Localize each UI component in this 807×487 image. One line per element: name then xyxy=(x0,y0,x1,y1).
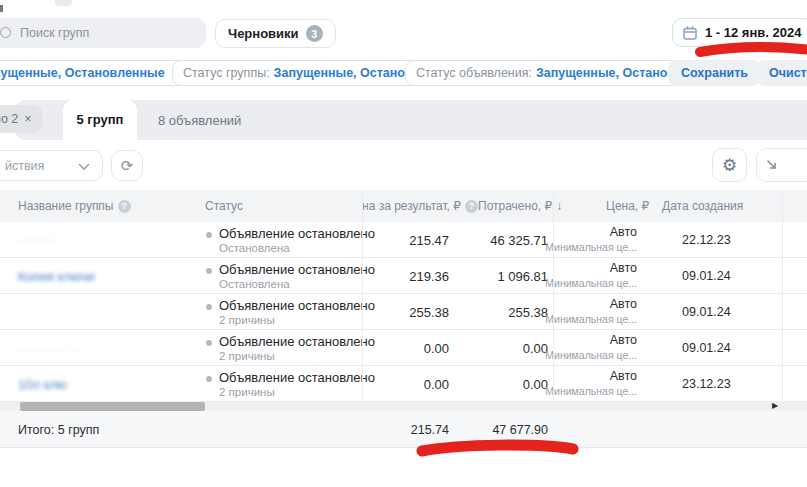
column-header-status[interactable]: Статус xyxy=(205,199,243,213)
spent-value: 0.00 xyxy=(448,341,548,356)
table-row[interactable]: ········· Объявление остановлено Останов… xyxy=(0,222,807,258)
cost-per-result-value: 0.00 xyxy=(362,377,449,392)
tab-ads[interactable]: 8 объявлений xyxy=(140,100,259,140)
filter-chip-value: пущенные, Остановленные xyxy=(0,66,165,80)
price-note: Минимальная це... xyxy=(540,241,637,253)
column-divider xyxy=(362,190,363,402)
status-note: 2 причины xyxy=(219,386,275,398)
price-value: Авто xyxy=(540,369,637,383)
status-text: Объявление остановлено xyxy=(219,370,375,385)
price-value: Авто xyxy=(540,261,637,275)
status-note: Остановлена xyxy=(219,242,290,254)
cost-per-result-value: 215.47 xyxy=(362,233,449,248)
price-note: Минимальная це... xyxy=(540,313,637,325)
table-right-edge xyxy=(782,190,783,402)
drafts-label: Черновики xyxy=(228,26,299,41)
column-divider xyxy=(553,190,554,402)
status-text: Объявление остановлено xyxy=(219,298,375,313)
export-button-cut[interactable] xyxy=(756,148,807,182)
help-icon[interactable]: ? xyxy=(118,200,131,213)
group-name-link[interactable]: 10л клю xyxy=(18,377,67,392)
filter-chip-ad-status-cut: пущенные, Остановленные × xyxy=(0,60,190,86)
status-text: Объявление остановлено xyxy=(219,262,375,277)
selected-count-chip[interactable]: но 2 × xyxy=(0,105,42,133)
status-note: 2 причины xyxy=(219,350,275,362)
column-header-price[interactable]: Цена, ₽ xyxy=(606,199,649,213)
help-icon[interactable]: ? xyxy=(465,200,478,213)
filter-chip-label: Статус группы: xyxy=(183,66,270,80)
totals-spent: 47 677.90 xyxy=(448,423,548,437)
price-note: Минимальная це... xyxy=(540,349,637,361)
created-date: 09.01.24 xyxy=(682,341,731,355)
scroll-right-arrow-icon[interactable]: ▶ xyxy=(772,401,778,410)
created-date: 22.12.23 xyxy=(682,233,731,247)
gear-icon: ⚙ xyxy=(722,155,737,176)
filter-chip-label: Статус объявления: xyxy=(416,66,532,80)
totals-label: Итого: 5 групп xyxy=(18,423,99,437)
export-icon xyxy=(765,158,779,172)
table-row[interactable]: Объявление остановлено 2 причины 255.38 … xyxy=(0,294,807,330)
spent-value: 46 325.71 xyxy=(448,233,548,248)
actions-dropdown[interactable]: йствия xyxy=(0,150,103,181)
status-text: Объявление остановлено xyxy=(219,226,375,241)
column-header-name[interactable]: Название группы ? xyxy=(18,199,131,213)
actions-dropdown-label: йствия xyxy=(5,159,44,173)
clear-filters-button[interactable]: Очисти xyxy=(756,60,807,86)
search-input[interactable]: Поиск групп xyxy=(0,18,206,48)
price-value: Авто xyxy=(540,225,637,239)
table-row[interactable]: 10л клю Объявление остановлено 2 причины… xyxy=(0,366,807,402)
price-note: Минимальная це... xyxy=(540,385,637,397)
date-range-picker[interactable]: 1 - 12 янв. 2024 xyxy=(672,18,807,47)
status-dot-icon xyxy=(206,304,212,310)
date-range-value: 1 - 12 янв. 2024 xyxy=(705,25,801,40)
column-header-created[interactable]: Дата создания xyxy=(662,199,743,213)
table-row[interactable]: ··········· ·· Объявление остановлено 2 … xyxy=(0,330,807,366)
spent-value: 1 096.81 xyxy=(448,269,548,284)
group-name-link[interactable]: ········· xyxy=(18,233,57,248)
cost-per-result-value: 255.38 xyxy=(362,305,449,320)
cost-per-result-value: 219.36 xyxy=(362,269,449,284)
column-header-spent[interactable]: Потрачено, ₽ ↓ xyxy=(478,199,562,213)
cutoff-tab-artifact xyxy=(55,0,72,6)
totals-row: Итого: 5 групп 215.74 47 677.90 xyxy=(0,411,807,448)
settings-button[interactable]: ⚙ xyxy=(712,148,747,182)
refresh-icon: ⟳ xyxy=(121,157,134,175)
created-date: 09.01.24 xyxy=(682,269,731,283)
status-note: 2 причины xyxy=(219,314,275,326)
search-placeholder: Поиск групп xyxy=(20,26,89,40)
drafts-button[interactable]: Черновики 3 xyxy=(215,19,336,48)
chevron-down-icon xyxy=(78,163,90,171)
group-name-link[interactable]: ··········· ·· xyxy=(18,341,78,356)
ads-manager-screen: Поиск групп Черновики 3 1 - 12 янв. 2024… xyxy=(0,0,807,487)
created-date: 23.12.23 xyxy=(682,377,731,391)
created-date: 09.01.24 xyxy=(682,305,731,319)
column-header-cost-per-result[interactable]: на за результат, ₽ ? xyxy=(362,199,478,213)
clear-selection-icon[interactable]: × xyxy=(24,112,31,126)
group-name-link[interactable]: Копия ключи xyxy=(18,269,95,284)
cost-per-result-value: 0.00 xyxy=(362,341,449,356)
status-dot-icon xyxy=(206,376,212,382)
spent-value: 0.00 xyxy=(448,377,548,392)
status-text: Объявление остановлено xyxy=(219,334,375,349)
calendar-icon xyxy=(682,25,698,41)
drafts-count-badge: 3 xyxy=(306,25,323,42)
spent-value: 255.38 xyxy=(448,305,548,320)
horizontal-scrollbar-thumb[interactable] xyxy=(20,402,205,411)
tab-groups[interactable]: 5 групп xyxy=(63,99,137,140)
table-row[interactable]: Копия ключи Объявление остановлено Остан… xyxy=(0,258,807,294)
search-icon xyxy=(0,27,11,38)
cutoff-artifact xyxy=(0,5,3,12)
save-filters-button[interactable]: Сохранить xyxy=(668,60,761,86)
selected-count-label: но 2 xyxy=(0,112,18,126)
refresh-button[interactable]: ⟳ xyxy=(111,150,143,181)
price-value: Авто xyxy=(540,333,637,347)
totals-cost-per-result: 215.74 xyxy=(362,423,449,437)
status-dot-icon xyxy=(206,268,212,274)
status-dot-icon xyxy=(206,340,212,346)
red-underline-date xyxy=(700,47,807,52)
status-note: Остановлена xyxy=(219,278,290,290)
status-dot-icon xyxy=(206,232,212,238)
price-note: Минимальная це... xyxy=(540,277,637,289)
table-header-row: Название группы ? Статус на за результат… xyxy=(0,190,807,222)
price-value: Авто xyxy=(540,297,637,311)
